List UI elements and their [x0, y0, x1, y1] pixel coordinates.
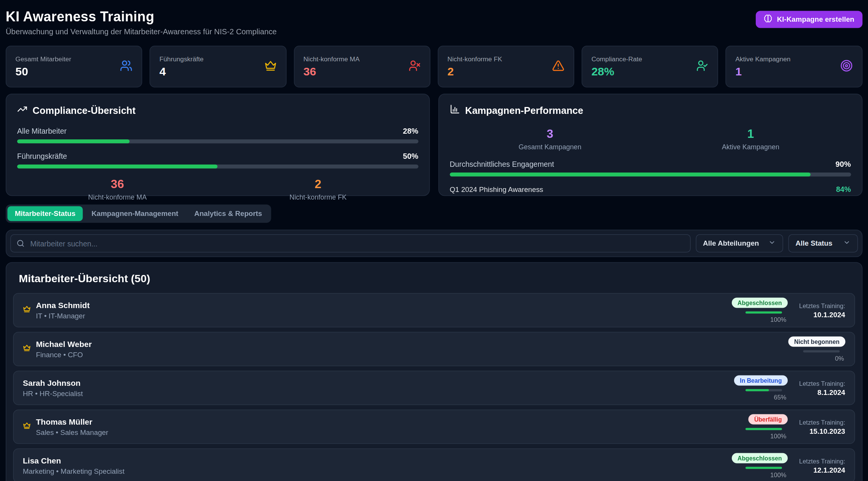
stat-label: Gesamt Kampagnen [450, 143, 650, 151]
crown-icon [23, 305, 31, 315]
department-filter-value: Alle Abteilungen [703, 240, 759, 248]
stat-label: Aktive Kampagnen [650, 143, 851, 151]
tab-kampagnen-management[interactable]: Kampagnen-Management [84, 206, 186, 221]
stat-value: 1 [650, 127, 851, 141]
progress-bar [745, 389, 782, 392]
dashboard: KI Awareness Training Überwachung und Ve… [0, 0, 868, 481]
alert-triangle-icon [552, 59, 565, 74]
progress-group-alle-mitarbeiter: Alle Mitarbeiter 28% [17, 127, 418, 144]
employee-list-panel: Mitarbeiter-Übersicht (50) Anna Schmidt … [6, 262, 862, 481]
viewport: KI Awareness Training Überwachung und Ve… [0, 0, 868, 481]
progress-bar [745, 312, 782, 314]
status-badge: Abgeschlossen [732, 298, 787, 308]
employee-row[interactable]: Sarah Johnson HR • HR-Specialist In Bear… [13, 371, 855, 405]
progress-value: 28% [403, 127, 419, 136]
last-training-date: 15.10.2023 [796, 427, 845, 435]
stat-nicht-konforme-ma: 36 Nicht-konforme MA [17, 177, 218, 201]
stat-label: Compliance-Rate [591, 55, 642, 62]
tab-analytics-reports[interactable]: Analytics & Reports [187, 206, 269, 221]
employee-name: Thomas Müller [36, 417, 108, 427]
last-training-label: Letztes Training: [796, 379, 845, 387]
stat-card-fuehrungskraefte: Führungskräfte 4 [150, 46, 286, 88]
stat-label: Gesamt Mitarbeiter [16, 55, 72, 62]
progress-bar [745, 467, 782, 469]
last-training-label: Letztes Training: [796, 302, 845, 310]
brain-icon [764, 14, 772, 25]
employee-detail: Sales • Sales Manager [36, 428, 108, 437]
panels-row: Compliance-Übersicht Alle Mitarbeiter 28… [6, 94, 862, 196]
chevron-down-icon [768, 239, 776, 248]
employee-row[interactable]: Lisa Chen Marketing • Marketing Speciali… [13, 449, 855, 481]
employee-detail: HR • HR-Specialist [23, 389, 83, 398]
create-campaign-button[interactable]: KI-Kampagne erstellen [756, 11, 862, 28]
compliance-panel-title: Compliance-Übersicht [17, 104, 418, 117]
status-badge: Nicht begonnen [788, 337, 845, 347]
filter-bar: Alle Abteilungen Alle Status [6, 230, 862, 257]
progress-value: 50% [403, 152, 419, 161]
progress-label: Führungskräfte [17, 152, 67, 161]
compliance-panel: Compliance-Übersicht Alle Mitarbeiter 28… [6, 94, 430, 196]
user-check-icon [696, 59, 709, 74]
stat-value: 28% [591, 65, 642, 78]
employee-list-title: Mitarbeiter-Übersicht (50) [19, 273, 849, 285]
campaign-engagement: 84% [836, 185, 851, 194]
stat-label: Nicht-konforme FK [218, 193, 418, 201]
employee-name: Michael Weber [36, 339, 92, 349]
last-training-date: 8.1.2024 [796, 388, 845, 396]
target-icon [840, 59, 853, 74]
stat-label: Aktive Kampagnen [736, 55, 791, 62]
stat-nicht-konforme-fk: 2 Nicht-konforme FK [218, 177, 418, 201]
employee-detail: Marketing • Marketing Specialist [23, 467, 124, 476]
user-x-icon [408, 59, 420, 74]
search-field [10, 234, 690, 252]
compliance-stats: 36 Nicht-konforme MA 2 Nicht-konforme FK [17, 177, 418, 201]
progress-percent: 0% [835, 355, 844, 362]
progress-percent: 100% [770, 471, 786, 478]
employee-row[interactable]: Michael Weber Finance • CFO Nicht begonn… [13, 332, 855, 366]
stat-card-aktive-kampagnen: Aktive Kampagnen 1 [726, 46, 862, 88]
stat-value: 36 [17, 177, 218, 191]
campaign-stats: 3 Gesamt Kampagnen 1 Aktive Kampagnen [450, 127, 851, 151]
crown-icon [23, 344, 31, 354]
employee-detail: IT • IT-Manager [36, 312, 90, 321]
employee-row[interactable]: Thomas Müller Sales • Sales Manager Über… [13, 410, 855, 444]
stat-label: Nicht-konforme MA [303, 55, 360, 62]
progress-percent: 100% [770, 433, 786, 439]
header-text: KI Awareness Training Überwachung und Ve… [6, 9, 277, 36]
stat-label: Nicht-konforme FK [448, 55, 502, 62]
stat-value: 2 [218, 177, 418, 191]
engagement-progress-group: Durchschnittliches Engagement 90% [450, 160, 851, 177]
stat-card-nicht-konforme-fk: Nicht-konforme FK 2 [438, 46, 574, 88]
create-campaign-label: KI-Kampagne erstellen [777, 16, 854, 24]
users-icon [120, 59, 132, 74]
status-filter-value: Alle Status [796, 240, 833, 248]
progress-percent: 65% [774, 394, 786, 401]
page-title: KI Awareness Training [6, 9, 277, 25]
campaign-name: Q1 2024 Phishing Awareness [450, 185, 543, 193]
stat-value: 36 [303, 65, 360, 78]
progress-percent: 100% [770, 316, 786, 323]
progress-bar [803, 350, 839, 353]
last-training-label: Letztes Training: [796, 457, 845, 465]
stat-card-gesamt-mitarbeiter: Gesamt Mitarbeiter 50 [6, 46, 142, 88]
bar-chart-icon [450, 104, 460, 117]
progress-bar [450, 173, 851, 177]
stat-value: 2 [448, 65, 502, 78]
stat-card-compliance-rate: Compliance-Rate 28% [582, 46, 718, 88]
page-subtitle: Überwachung und Verwaltung der Mitarbeit… [6, 27, 277, 36]
header: KI Awareness Training Überwachung und Ve… [6, 9, 862, 36]
employee-detail: Finance • CFO [36, 350, 92, 360]
search-icon [17, 240, 25, 250]
status-badge: Überfällig [749, 414, 788, 425]
tab-bar: Mitarbeiter-Status Kampagnen-Management … [6, 205, 271, 223]
search-input[interactable] [10, 234, 690, 252]
crown-icon [264, 59, 277, 74]
progress-label: Alle Mitarbeiter [17, 127, 67, 136]
employee-row[interactable]: Anna Schmidt IT • IT-Manager Abgeschloss… [13, 293, 855, 328]
status-badge: In Bearbeitung [734, 376, 787, 386]
status-filter-dropdown[interactable]: Alle Status [788, 234, 858, 252]
campaign-row: Q1 2024 Phishing Awareness 84% [450, 185, 851, 194]
stat-value: 50 [16, 65, 72, 78]
department-filter-dropdown[interactable]: Alle Abteilungen [696, 234, 783, 252]
tab-mitarbeiter-status[interactable]: Mitarbeiter-Status [8, 206, 83, 221]
